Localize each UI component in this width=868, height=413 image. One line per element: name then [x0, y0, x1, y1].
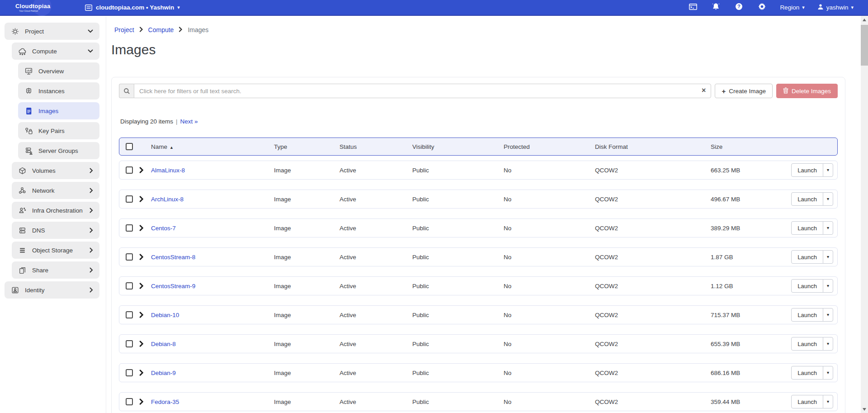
image-name-link[interactable]: Debian-10	[151, 312, 274, 318]
column-header-protected[interactable]: Protected	[504, 143, 595, 150]
clear-search-icon[interactable]: ×	[702, 86, 706, 95]
row-checkbox[interactable]	[126, 195, 133, 203]
expand-row-icon[interactable]	[139, 283, 151, 289]
launch-dropdown-button[interactable]: ▾	[823, 337, 833, 351]
image-name-link[interactable]: Centos-7	[151, 225, 274, 232]
sidebar-item-overview[interactable]: Overview	[18, 62, 99, 80]
expand-row-icon[interactable]	[139, 254, 151, 260]
cell-disk-format: QCOW2	[595, 225, 711, 232]
image-name-link[interactable]: CentosStream-9	[151, 283, 274, 290]
launch-button[interactable]: Launch	[791, 337, 823, 351]
sidebar-item-instances[interactable]: Instances	[18, 82, 99, 100]
page-scrollbar[interactable]	[861, 16, 868, 413]
sidebar-item-object-storage[interactable]: Object Storage	[12, 242, 99, 259]
project-list-icon	[84, 3, 93, 12]
launch-dropdown-button[interactable]: ▾	[823, 163, 833, 177]
launch-button[interactable]: Launch	[791, 366, 823, 380]
sidebar-item-compute[interactable]: Compute	[12, 43, 99, 60]
sidebar-item-share[interactable]: Share	[12, 261, 99, 279]
sidebar-item-images[interactable]: Images	[18, 102, 99, 119]
launch-dropdown-button[interactable]: ▾	[823, 395, 833, 408]
user-menu[interactable]: yashwin ▾	[811, 4, 860, 11]
caret-down-icon: ▾	[827, 197, 829, 201]
region-menu[interactable]: Region ▾	[774, 4, 811, 11]
settings-button[interactable]	[750, 0, 774, 15]
chevron-down-icon: ▾	[851, 5, 854, 10]
launch-dropdown-button[interactable]: ▾	[823, 366, 833, 380]
row-checkbox[interactable]	[126, 166, 133, 174]
sidebar-item-server-groups[interactable]: Server Groups	[18, 142, 99, 159]
select-all-checkbox[interactable]	[126, 143, 133, 150]
brand-logo[interactable]: Cloudtopiaa Your Cloud Partner	[15, 3, 74, 12]
sidebar-item-infra-orchestration[interactable]: Infra Orchestration	[12, 202, 99, 219]
scroll-down-arrow[interactable]	[861, 405, 868, 413]
sidebar-item-dns[interactable]: DNS	[12, 222, 99, 239]
cell-visibility: Public	[412, 225, 504, 232]
images-document-icon	[24, 107, 33, 115]
create-image-button[interactable]: + Create Image	[715, 84, 773, 98]
instances-icon	[24, 87, 33, 95]
help-button[interactable]: ?	[727, 0, 750, 15]
launch-dropdown-button[interactable]: ▾	[823, 192, 833, 206]
cell-visibility: Public	[412, 254, 504, 261]
table-row: Debian-8 Image Active Public No QCOW2 65…	[119, 334, 838, 353]
image-name-link[interactable]: ArchLinux-8	[151, 196, 274, 203]
row-checkbox[interactable]	[126, 311, 133, 318]
expand-row-icon[interactable]	[139, 341, 151, 347]
breadcrumb-compute[interactable]: Compute	[148, 26, 174, 34]
column-header-disk-format[interactable]: Disk Format	[595, 143, 711, 150]
sidebar-item-network[interactable]: Network	[12, 182, 99, 199]
column-header-type[interactable]: Type	[274, 143, 340, 150]
image-name-link[interactable]: CentosStream-8	[151, 254, 274, 261]
scrollbar-thumb[interactable]	[861, 25, 868, 66]
row-checkbox[interactable]	[126, 340, 133, 347]
launch-button[interactable]: Launch	[791, 395, 823, 408]
row-checkbox[interactable]	[126, 224, 133, 232]
cell-size: 389.29 MB	[711, 225, 778, 232]
sidebar-item-identity[interactable]: Identity	[5, 281, 99, 299]
expand-row-icon[interactable]	[139, 225, 151, 231]
column-header-size[interactable]: Size	[711, 143, 778, 150]
svg-text:?: ?	[737, 4, 741, 9]
notifications-button[interactable]	[704, 0, 727, 15]
launch-button[interactable]: Launch	[791, 250, 823, 264]
scroll-up-arrow[interactable]	[861, 16, 868, 24]
page-title: Images	[111, 41, 845, 58]
launch-button[interactable]: Launch	[791, 279, 823, 293]
search-input[interactable]	[134, 84, 711, 98]
expand-row-icon[interactable]	[139, 312, 151, 318]
row-checkbox[interactable]	[126, 369, 133, 376]
launch-dropdown-button[interactable]: ▾	[823, 250, 833, 264]
row-checkbox[interactable]	[126, 398, 133, 405]
column-header-visibility[interactable]: Visibility	[412, 143, 504, 150]
expand-row-icon[interactable]	[139, 196, 151, 202]
breadcrumb-project[interactable]: Project	[114, 26, 134, 34]
launch-button[interactable]: Launch	[791, 192, 823, 206]
image-name-link[interactable]: Debian-8	[151, 341, 274, 347]
delete-images-button[interactable]: Delete Images	[776, 84, 838, 98]
launch-button[interactable]: Launch	[791, 163, 823, 177]
launch-dropdown-button[interactable]: ▾	[823, 308, 833, 322]
sidebar-item-key-pairs[interactable]: Key Pairs	[18, 122, 99, 139]
cell-disk-format: QCOW2	[595, 341, 711, 347]
image-name-link[interactable]: Debian-9	[151, 370, 274, 376]
column-header-name[interactable]: Name▲	[151, 143, 274, 150]
launch-button[interactable]: Launch	[791, 221, 823, 235]
sidebar-item-project[interactable]: Project	[5, 23, 99, 40]
expand-row-icon[interactable]	[139, 399, 151, 405]
launch-dropdown-button[interactable]: ▾	[823, 221, 833, 235]
row-checkbox[interactable]	[126, 253, 133, 261]
launch-dropdown-button[interactable]: ▾	[823, 279, 833, 293]
column-header-status[interactable]: Status	[340, 143, 412, 150]
sidebar-item-volumes[interactable]: Volumes	[12, 162, 99, 179]
next-page-link[interactable]: Next »	[180, 118, 198, 125]
image-name-link[interactable]: AlmaLinux-8	[151, 167, 274, 174]
launch-button[interactable]: Launch	[791, 308, 823, 322]
console-button[interactable]	[681, 0, 704, 15]
image-name-link[interactable]: Fedora-35	[151, 399, 274, 405]
domain-project-switcher[interactable]: cloudtopiaa.com • Yashwin ▾	[84, 3, 180, 12]
row-checkbox[interactable]	[126, 282, 133, 290]
expand-row-icon[interactable]	[139, 370, 151, 376]
filter-search-group: ×	[119, 84, 711, 98]
expand-row-icon[interactable]	[139, 167, 151, 173]
